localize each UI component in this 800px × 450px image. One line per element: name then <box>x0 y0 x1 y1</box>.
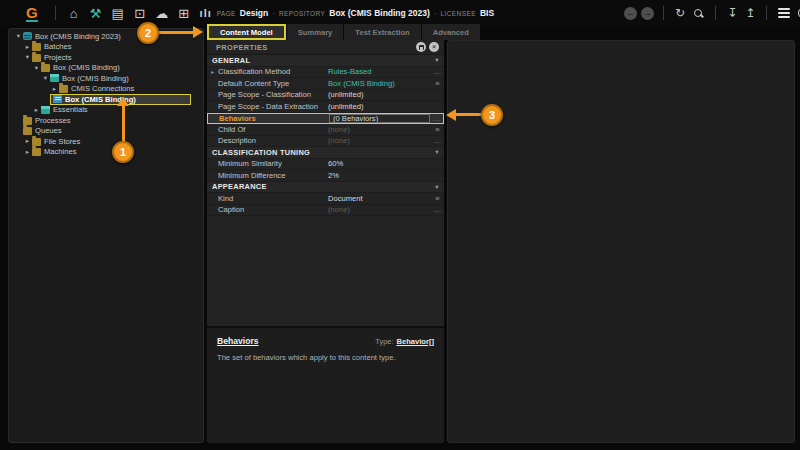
section-header[interactable]: GENERAL▾ <box>207 55 444 67</box>
help-description: The set of behaviors which apply to this… <box>217 353 434 362</box>
property-value[interactable]: (none) <box>328 205 431 214</box>
callout-3-arrowhead <box>446 109 456 121</box>
property-row-behaviors[interactable]: Behaviors(0 Behaviors)… <box>207 113 444 125</box>
property-value[interactable]: (unlimited) <box>328 90 431 99</box>
ellipsis-button[interactable]: … <box>431 205 444 214</box>
upload-icon[interactable]: ↥ <box>745 7 755 19</box>
callout-3-line <box>456 113 482 116</box>
divider <box>663 6 664 20</box>
property-row-description[interactable]: Description(none)… <box>207 136 444 148</box>
collapsed-arrow-icon[interactable]: ▸ <box>23 44 32 51</box>
database-icon[interactable] <box>778 8 790 19</box>
chevron-down-icon[interactable]: ▾ <box>430 183 444 191</box>
tab-advanced[interactable]: Advanced <box>422 24 480 40</box>
menu-button[interactable]: ≡ <box>431 194 444 203</box>
tree-item-label: Queues <box>35 126 62 135</box>
section-header[interactable]: CLASSIFICATION TUNING▾ <box>207 147 444 159</box>
forward-icon[interactable]: → <box>641 7 654 20</box>
collapsed-arrow-icon[interactable]: ▸ <box>32 107 41 114</box>
ellipsis-button[interactable]: … <box>431 67 444 76</box>
property-value[interactable]: (unlimited) <box>328 102 431 111</box>
collapsed-arrow-icon[interactable]: ▸ <box>23 138 32 145</box>
property-row-caption[interactable]: Caption(none)… <box>207 205 444 217</box>
expanded-arrow-icon[interactable]: ▾ <box>41 75 50 82</box>
expanded-arrow-icon[interactable]: ▾ <box>23 54 32 61</box>
tree-item[interactable]: ▾Projects <box>9 52 203 63</box>
tree-item[interactable]: ▸Essentials <box>9 105 203 116</box>
refresh-icon[interactable]: ↻ <box>675 7 685 19</box>
back-icon[interactable]: ← <box>624 7 637 20</box>
download-icon[interactable]: ↧ <box>727 7 737 19</box>
tree-item[interactable]: ▾Box (CMIS Binding) <box>9 73 203 84</box>
property-value[interactable]: 2% <box>328 171 431 180</box>
property-value[interactable]: Rules-Based <box>328 67 431 76</box>
node-tree-panel: ▾Box (CMIS Binding 2023)▸Batches▾Project… <box>8 28 204 443</box>
tree-item[interactable]: ▸Batches <box>9 42 203 53</box>
property-row-default-content-type[interactable]: Default Content TypeBox (CMIS Binding)≡ <box>207 78 444 90</box>
tree-item[interactable]: Queues <box>9 126 203 137</box>
property-grid: GENERAL▾▸Classification MethodRules-Base… <box>207 55 444 216</box>
property-row-page-scope-classification[interactable]: Page Scope - Classification(unlimited) <box>207 90 444 102</box>
property-value[interactable]: (none) <box>328 125 431 134</box>
chevron-down-icon[interactable]: ▾ <box>430 56 444 64</box>
expanded-arrow-icon[interactable]: ▾ <box>32 65 41 72</box>
tree-item[interactable]: Box (CMIS Binding) <box>9 94 203 105</box>
repository-label: REPOSITORY <box>279 10 325 17</box>
property-value[interactable]: Document <box>328 194 431 203</box>
breadcrumb-separator: · <box>272 9 275 18</box>
tab-content-model[interactable]: Content Model <box>207 24 286 40</box>
properties-title: PROPERTIES <box>216 43 413 52</box>
folder-icon <box>23 117 32 125</box>
property-value[interactable]: 60% <box>328 159 431 168</box>
property-row-classification-method[interactable]: ▸Classification MethodRules-Based… <box>207 67 444 79</box>
tab-summary[interactable]: Summary <box>287 24 344 40</box>
divider <box>766 6 767 20</box>
ellipsis-button[interactable]: … <box>431 136 444 145</box>
chevron-down-icon[interactable]: ▾ <box>430 148 444 156</box>
section-header[interactable]: APPEARANCE▾ <box>207 182 444 194</box>
tree-item[interactable]: ▸File Stores <box>9 136 203 147</box>
property-value[interactable]: Box (CMIS Binding) <box>328 79 431 88</box>
property-label: Child Of <box>218 125 328 134</box>
property-label: Kind <box>218 194 328 203</box>
cloud-upload-icon[interactable]: ☁ <box>155 6 169 21</box>
tree-item[interactable]: ▸Machines <box>9 147 203 158</box>
menu-button[interactable]: ≡ <box>431 125 444 134</box>
project-icon <box>41 106 50 114</box>
ellipsis-button[interactable]: … <box>430 114 443 123</box>
top-toolbar: G ⌂⚒▤⊡☁⊞ılı PAGE Design · REPOSITORY Box… <box>0 0 800 26</box>
tab-strip: Content ModelSummaryTest ExtractionAdvan… <box>207 24 481 40</box>
nav-icon-group: ⌂⚒▤⊡☁⊞ılı <box>63 6 217 21</box>
property-row-minimum-similarity[interactable]: Minimum Similarity60% <box>207 159 444 171</box>
tab-test-extraction[interactable]: Test Extraction <box>344 24 420 40</box>
property-row-child-of[interactable]: Child Of(none)≡ <box>207 124 444 136</box>
action-icon-group: ←→↻↧↥? <box>622 6 800 20</box>
home-icon[interactable]: ⌂ <box>67 6 81 21</box>
save-icon[interactable] <box>416 42 426 52</box>
tree-item-label: CMIS Connections <box>71 84 134 93</box>
tree-item[interactable]: ▾Box (CMIS Binding) <box>9 63 203 74</box>
tree-item[interactable]: ▸CMIS Connections <box>9 84 203 95</box>
property-row-minimum-difference[interactable]: Minimum Difference2% <box>207 170 444 182</box>
tree-item[interactable]: Processes <box>9 115 203 126</box>
tools-icon[interactable]: ⚒ <box>89 6 103 21</box>
menu-button[interactable]: ≡ <box>431 79 444 88</box>
property-row-page-scope-data-extraction[interactable]: Page Scope - Data Extraction(unlimited) <box>207 101 444 113</box>
toolbox-icon[interactable]: ⊞ <box>177 6 191 21</box>
search-icon[interactable] <box>693 8 704 19</box>
archive-icon[interactable]: ▤ <box>111 6 125 21</box>
expanded-arrow-icon[interactable]: ▾ <box>14 33 23 40</box>
batch-in-icon[interactable]: ⊡ <box>133 6 147 21</box>
section-label: CLASSIFICATION TUNING <box>207 148 430 157</box>
property-value[interactable]: (0 Behaviors) <box>329 114 430 123</box>
folder-icon <box>32 138 41 146</box>
collapsed-arrow-icon[interactable]: ▸ <box>23 149 32 156</box>
tree-item-label: File Stores <box>44 137 80 146</box>
expand-icon[interactable]: ▸ <box>207 68 218 75</box>
property-row-kind[interactable]: KindDocument≡ <box>207 193 444 205</box>
help-type-link[interactable]: Behavior[] <box>396 337 434 346</box>
property-value[interactable]: (none) <box>328 136 431 145</box>
collapsed-arrow-icon[interactable]: ▸ <box>50 86 59 93</box>
close-icon[interactable]: ✕ <box>429 42 439 52</box>
stats-icon[interactable]: ılı <box>199 6 213 21</box>
